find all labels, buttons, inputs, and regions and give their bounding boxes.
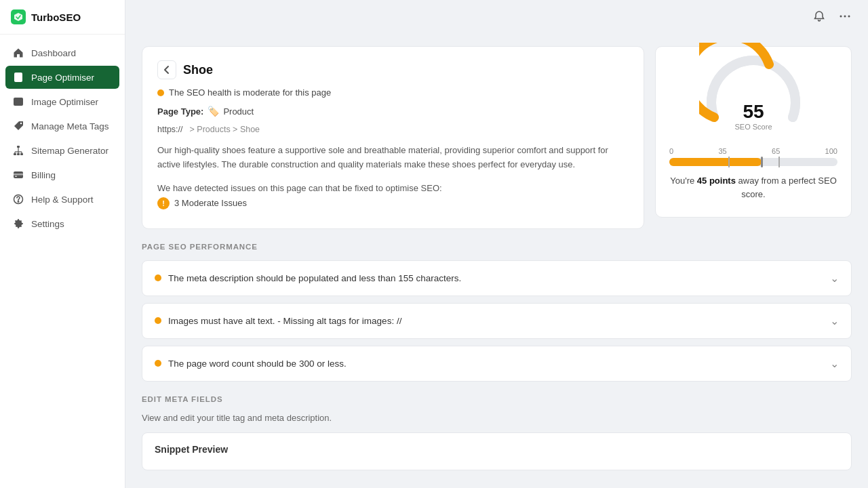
logo-area: TurboSEO: [0, 0, 125, 35]
sidebar-item-help-support[interactable]: Help & Support: [5, 188, 119, 211]
billing-icon: [12, 169, 24, 181]
issue-dot-1: [155, 274, 161, 281]
svg-rect-8: [14, 153, 16, 155]
page-type-row: Page Type: 🏷️ Product: [157, 106, 629, 117]
accordion-title-word-count: The page word count should be 300 or les…: [168, 359, 347, 369]
score-min: 0: [669, 147, 673, 155]
svg-rect-3: [16, 79, 19, 80]
svg-point-22: [844, 16, 846, 18]
accordion-item-alt-text: Images must have alt text. - Missing alt…: [142, 303, 852, 339]
issue-dot-2: [155, 317, 161, 324]
tag-emoji-icon: 🏷️: [208, 106, 219, 117]
svg-point-20: [18, 201, 18, 202]
url-row: https:// > Products > Shoe: [157, 125, 629, 134]
svg-rect-4: [14, 98, 23, 106]
score-bar-marker-35: [728, 157, 730, 167]
accordion-title-alt-text: Images must have alt text. - Missing alt…: [168, 316, 401, 326]
sidebar-item-image-optimiser[interactable]: Image Optimiser: [5, 90, 119, 113]
score-label: SEO Score: [734, 123, 772, 131]
score-number: 55: [734, 102, 772, 121]
page-title: Shoe: [183, 63, 213, 77]
sidebar-label-sitemap-generator: Sitemap Generator: [31, 146, 108, 156]
gauge-svg: [699, 43, 808, 151]
accordion-item-meta-desc: The meta description should be populated…: [142, 260, 852, 296]
gauge-text: 55 SEO Score: [734, 102, 772, 131]
warning-icon: !: [157, 197, 170, 209]
accordion-left: The meta description should be populated…: [155, 273, 461, 283]
health-dot: [157, 89, 164, 96]
svg-point-23: [848, 16, 850, 18]
score-bar-track: [669, 158, 837, 166]
sidebar-label-image-optimiser: Image Optimiser: [31, 97, 98, 107]
sidebar-label-dashboard: Dashboard: [31, 48, 76, 58]
score-msg-bold: 45 points: [697, 176, 736, 186]
score-max: 100: [825, 147, 837, 155]
page-icon: [12, 71, 24, 83]
issues-badge: ! 3 Moderate Issues: [157, 197, 629, 209]
content-area: Shoe The SEO health is moderate for this…: [125, 33, 868, 488]
snippet-card: Snippet Preview: [142, 432, 852, 470]
sidebar-label-help-support: Help & Support: [31, 195, 94, 205]
issues-count-text: 3 Moderate Issues: [174, 198, 247, 208]
back-button[interactable]: [157, 60, 176, 79]
sidebar-item-dashboard[interactable]: Dashboard: [5, 41, 119, 64]
image-icon: [12, 96, 24, 108]
page-description: Our high-quality shoes feature a support…: [157, 144, 629, 172]
svg-point-6: [20, 123, 22, 124]
chevron-down-icon-3: ⌄: [830, 357, 839, 370]
sidebar-item-sitemap-generator[interactable]: Sitemap Generator: [5, 139, 119, 162]
accordion-header-meta-desc[interactable]: The meta description should be populated…: [142, 261, 851, 296]
svg-rect-10: [20, 153, 23, 155]
logo-icon: [11, 9, 26, 24]
issues-section: We have detected issues on this page can…: [157, 183, 629, 209]
gauge-container: 55 SEO Score: [699, 63, 808, 131]
page-wrapper: Shoe The SEO health is moderate for this…: [125, 0, 868, 488]
svg-rect-7: [17, 146, 20, 148]
snippet-title: Snippet Preview: [155, 444, 839, 455]
svg-point-21: [840, 16, 842, 18]
url-text: https://: [157, 125, 183, 134]
more-icon[interactable]: [835, 7, 854, 26]
sidebar-label-settings: Settings: [31, 219, 64, 229]
bell-icon[interactable]: [810, 7, 829, 26]
sidebar-item-page-optimiser[interactable]: Page Optimiser: [5, 66, 119, 89]
svg-rect-18: [15, 176, 17, 178]
page-type-value: Product: [223, 106, 254, 117]
accordion-left-3: The page word count should be 300 or les…: [155, 359, 347, 369]
seo-performance-header: PAGE SEO PERFORMANCE: [142, 243, 852, 251]
score-msg-prefix: You're: [670, 176, 694, 186]
score-bar-current-indicator: [761, 157, 763, 167]
logo-text: TurboSEO: [31, 12, 81, 23]
sidebar-item-settings[interactable]: Settings: [5, 212, 119, 235]
svg-rect-9: [17, 153, 20, 155]
edit-meta-section: EDIT META FIELDS View and edit your titl…: [142, 395, 852, 470]
svg-rect-1: [16, 75, 21, 76]
sidebar: TurboSEO Dashboard Page Optimiser Image …: [0, 0, 125, 488]
score-bar-marker-65: [778, 157, 780, 167]
home-icon: [12, 47, 24, 59]
page-type-label: Page Type:: [157, 106, 203, 117]
chevron-down-icon-1: ⌄: [830, 272, 839, 285]
sidebar-label-billing: Billing: [31, 170, 56, 180]
page-cards-row: Shoe The SEO health is moderate for this…: [142, 46, 852, 229]
svg-point-5: [16, 100, 18, 102]
accordion-left-2: Images must have alt text. - Missing alt…: [155, 316, 401, 326]
issues-intro-text: We have detected issues on this page can…: [157, 183, 442, 193]
issue-dot-3: [155, 360, 161, 367]
accordion-header-alt-text[interactable]: Images must have alt text. - Missing alt…: [142, 304, 851, 338]
sidebar-item-billing[interactable]: Billing: [5, 163, 119, 186]
accordion-item-word-count: The page word count should be 300 or les…: [142, 346, 852, 382]
score-msg-suffix: away from a perfect SEO score.: [738, 176, 837, 199]
score-message: You're 45 points away from a perfect SEO…: [669, 174, 837, 201]
score-card: 55 SEO Score 0 35 65 100: [655, 46, 852, 218]
score-bar-fill: [669, 158, 762, 166]
sidebar-label-page-optimiser: Page Optimiser: [31, 73, 94, 83]
accordion-header-word-count[interactable]: The page word count should be 300 or les…: [142, 346, 851, 381]
edit-meta-header: EDIT META FIELDS: [142, 395, 852, 403]
svg-rect-17: [14, 174, 23, 176]
accordion-title-meta-desc: The meta description should be populated…: [168, 273, 461, 283]
sidebar-item-manage-meta-tags[interactable]: Manage Meta Tags: [5, 115, 119, 138]
card-title-row: Shoe: [157, 60, 629, 79]
tag-icon: [12, 120, 24, 132]
page-info-card: Shoe The SEO health is moderate for this…: [142, 46, 644, 229]
